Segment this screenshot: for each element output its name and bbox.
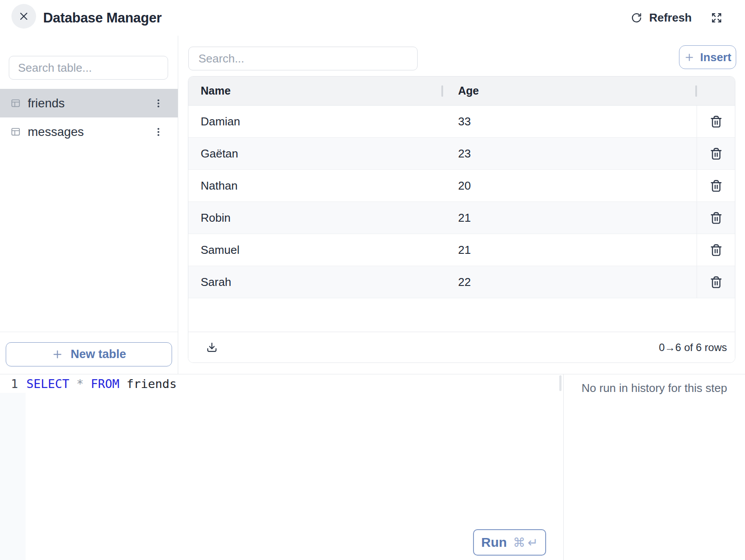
trash-icon [710, 115, 723, 128]
run-shortcut: ⌘ ↵ [513, 535, 538, 550]
cell-name: Samuel [188, 243, 458, 257]
friends-menu-button[interactable] [151, 95, 165, 112]
sql-keyword: FROM [91, 377, 126, 391]
delete-row-button[interactable] [706, 272, 726, 292]
table-row[interactable]: Damian 33 [188, 106, 735, 138]
plus-icon [684, 52, 695, 63]
close-button[interactable] [11, 4, 36, 29]
column-resize-handle[interactable] [441, 85, 443, 97]
table-row[interactable]: Samuel 21 [188, 234, 735, 266]
trash-icon [710, 147, 723, 160]
cell-age: 23 [458, 147, 697, 161]
topbar: Database Manager Refresh [0, 0, 745, 36]
download-button[interactable] [203, 339, 220, 356]
data-table: Name Age Damian 33 [188, 76, 735, 363]
trash-icon [710, 244, 723, 256]
table-name: friends [28, 96, 65, 110]
new-table-button[interactable]: New table [6, 342, 172, 366]
refresh-button[interactable]: Refresh [631, 11, 692, 25]
trash-icon [710, 276, 723, 289]
table-row[interactable]: Gaëtan 23 [188, 138, 735, 170]
sql-star: * [77, 377, 91, 391]
cell-age: 22 [458, 275, 697, 289]
row-actions [697, 234, 735, 266]
cell-age: 33 [458, 115, 697, 128]
expand-icon [711, 12, 722, 23]
delete-row-button[interactable] [706, 208, 726, 227]
table-row[interactable]: Sarah 22 [188, 266, 735, 298]
delete-row-button[interactable] [706, 176, 726, 195]
delete-row-button[interactable] [706, 144, 726, 163]
cell-name: Gaëtan [188, 147, 458, 161]
row-actions [697, 202, 735, 234]
enter-key-icon: ↵ [528, 535, 538, 550]
fullscreen-button[interactable] [711, 12, 722, 23]
plus-icon [51, 348, 63, 360]
editor-scrollbar[interactable] [559, 375, 562, 391]
messages-menu-button[interactable] [151, 123, 165, 141]
rows-count: 0→6 of 6 rows [659, 341, 727, 354]
delete-row-button[interactable] [706, 240, 726, 260]
column-header-age[interactable]: Age [458, 84, 735, 97]
insert-button[interactable]: Insert [679, 45, 736, 69]
topbar-actions: Refresh [631, 0, 722, 36]
editor-gutter [0, 374, 26, 560]
table-name: messages [28, 125, 84, 139]
table-row[interactable]: Robin 21 [188, 202, 735, 234]
row-actions [697, 106, 735, 137]
run-history-panel: No run in history for this step [564, 374, 745, 560]
table-list: friends messages [0, 89, 178, 146]
line-number: 1 [0, 377, 26, 391]
column-resize-handle[interactable] [695, 85, 697, 97]
row-actions [697, 170, 735, 201]
close-icon [18, 11, 29, 22]
column-header-name[interactable]: Name [188, 84, 458, 97]
cell-name: Damian [188, 115, 458, 128]
refresh-icon [631, 12, 642, 23]
history-empty-message: No run in history for this step [564, 381, 745, 395]
refresh-label: Refresh [649, 11, 692, 25]
cell-age: 20 [458, 179, 697, 193]
cell-name: Robin [188, 211, 458, 225]
run-label: Run [481, 535, 507, 550]
kebab-icon [153, 127, 164, 137]
cell-name: Sarah [188, 275, 458, 289]
page-title: Database Manager [43, 0, 161, 36]
sql-table-name: friends [127, 377, 177, 391]
rows-search-input[interactable] [188, 47, 418, 70]
run-button[interactable]: Run ⌘ ↵ [473, 529, 546, 556]
sql-keyword: SELECT [26, 377, 77, 391]
database-manager-window: Database Manager Refresh [0, 0, 745, 560]
insert-label: Insert [700, 51, 731, 64]
row-actions [697, 138, 735, 169]
delete-row-button[interactable] [706, 112, 726, 131]
new-table-label: New table [70, 348, 126, 361]
table-header: Name Age [188, 77, 735, 106]
cmd-key-icon: ⌘ [513, 535, 525, 550]
sql-code-line[interactable]: SELECT * FROM friends [26, 377, 176, 391]
trash-icon [710, 212, 723, 224]
row-actions [697, 266, 735, 298]
kebab-icon [153, 98, 164, 109]
bottom-panel: 1 SELECT * FROM friends Run ⌘ ↵ No run i… [0, 374, 745, 560]
table-icon [11, 98, 21, 108]
table-icon [11, 127, 21, 137]
cell-name: Nathan [188, 179, 458, 193]
cell-age: 21 [458, 243, 697, 257]
cell-age: 21 [458, 211, 697, 225]
table-footer: 0→6 of 6 rows [188, 332, 735, 362]
sidebar-item-friends[interactable]: friends [0, 89, 178, 117]
sql-editor[interactable]: 1 SELECT * FROM friends Run ⌘ ↵ [0, 374, 564, 560]
sidebar-divider [0, 332, 178, 332]
table-row[interactable]: Nathan 20 [188, 170, 735, 202]
table-search-input[interactable] [9, 56, 168, 80]
download-icon [206, 342, 217, 353]
sidebar-item-messages[interactable]: messages [0, 117, 178, 146]
sidebar: friends messages [0, 36, 178, 374]
trash-icon [710, 179, 723, 192]
